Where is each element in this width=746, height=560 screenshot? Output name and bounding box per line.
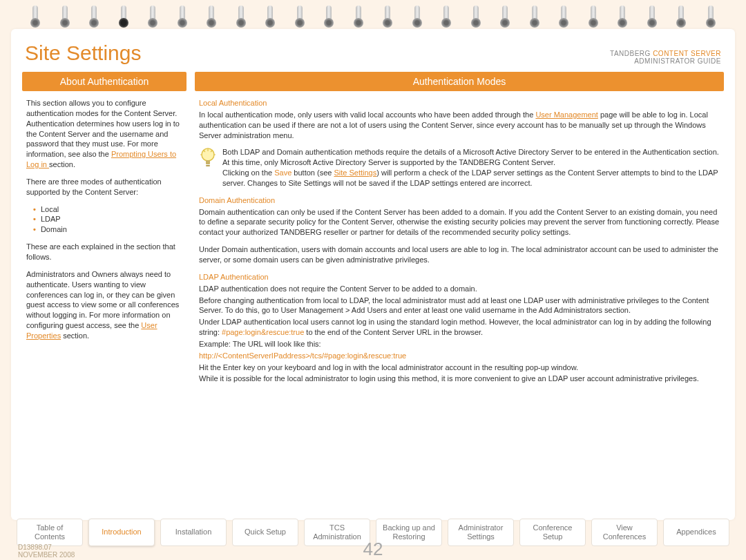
nav-backing-up[interactable]: Backing up andRestoring: [376, 519, 442, 546]
nav-conference-setup[interactable]: ConferenceSetup: [519, 519, 586, 546]
list-item: Domain: [33, 224, 182, 235]
right-column-header: Authentication Modes: [195, 72, 724, 91]
auth-modes-list: Local LDAP Domain: [33, 204, 182, 235]
nav-administrator-settings[interactable]: AdministratorSettings: [448, 519, 514, 546]
local-auth-heading: Local Authentication: [199, 98, 720, 108]
domain-auth-p1: Domain authentication can only be used i…: [199, 207, 720, 238]
nav-installation[interactable]: Installation: [160, 519, 227, 546]
svg-rect-1: [206, 160, 210, 164]
brand-text-accent: CONTENT SERVER: [653, 50, 721, 57]
brand-text: TANDBERG: [610, 50, 653, 57]
page-body: Site Settings TANDBERG CONTENT SERVER AD…: [11, 29, 735, 520]
domain-auth-p2: Under Domain authentication, users with …: [199, 244, 720, 265]
list-item: Local: [33, 204, 182, 215]
ldap-auth-p5: Hit the Enter key on your keyboard and l…: [199, 363, 720, 373]
nav-view-conferences[interactable]: ViewConferences: [591, 519, 658, 546]
about-auth-p1: This section allows you to configure aut…: [26, 98, 182, 170]
local-auth-p1: In local authentication mode, only users…: [199, 110, 720, 141]
domain-auth-heading: Domain Authentication: [199, 195, 720, 206]
nav-quick-setup[interactable]: Quick Setup: [232, 519, 298, 546]
list-item: LDAP: [33, 214, 182, 224]
about-auth-p4: Administrators and Owners always need to…: [26, 269, 182, 341]
doc-date: NOVEMBER 2008: [18, 551, 75, 559]
doc-id: D13898.07: [18, 543, 75, 551]
ldap-auth-p3: Under LDAP authentication local users ca…: [199, 317, 720, 338]
ldap-rescue-url: http://<ContentServerIPaddress>/tcs/#pag…: [199, 351, 720, 361]
nav-appendices[interactable]: Appendices: [663, 519, 729, 546]
nav-tcs-administration[interactable]: TCSAdministration: [304, 519, 370, 546]
save-label: Save: [274, 168, 291, 177]
right-column: Authentication Modes Local Authenticatio…: [195, 72, 724, 513]
ldap-auth-p1: LDAP authentication does not require the…: [199, 284, 720, 294]
left-column-header: About Authentication: [22, 72, 186, 91]
ldap-auth-p4: Example: The URL will look like this:: [199, 339, 720, 349]
brand-block: TANDBERG CONTENT SERVER ADMINISTRATOR GU…: [610, 50, 721, 65]
nav-table-of-contents[interactable]: Table ofContents: [17, 519, 83, 546]
ldap-auth-heading: LDAP Authentication: [199, 272, 720, 282]
page-title: Site Settings: [25, 41, 141, 65]
ldap-auth-p2: Before changing authentication from loca…: [199, 296, 720, 316]
brand-subtitle: ADMINISTRATOR GUIDE: [610, 57, 721, 65]
spiral-binding: [0, 0, 746, 33]
svg-rect-2: [206, 165, 210, 166]
rescue-string: #page:login&rescue:true: [222, 328, 304, 336]
user-management-link[interactable]: User Management: [535, 110, 598, 119]
about-auth-p2: There are three modes of authentication …: [26, 177, 182, 197]
about-auth-p3: These are each explained in the section …: [26, 242, 182, 262]
left-column: About Authentication This section allows…: [22, 72, 186, 513]
tip-callout: Both LDAP and Domain authentication meth…: [199, 147, 720, 188]
nav-introduction[interactable]: Introduction: [88, 519, 155, 546]
footer-meta: D13898.07 NOVEMBER 2008: [18, 543, 75, 559]
site-settings-link[interactable]: Site Settings: [334, 168, 376, 177]
lightbulb-icon: [199, 147, 217, 168]
tip-text-1: Both LDAP and Domain authentication meth…: [222, 148, 719, 166]
page-number: 42: [363, 539, 383, 560]
ldap-auth-p6: While it is possible for the local admin…: [199, 374, 720, 384]
